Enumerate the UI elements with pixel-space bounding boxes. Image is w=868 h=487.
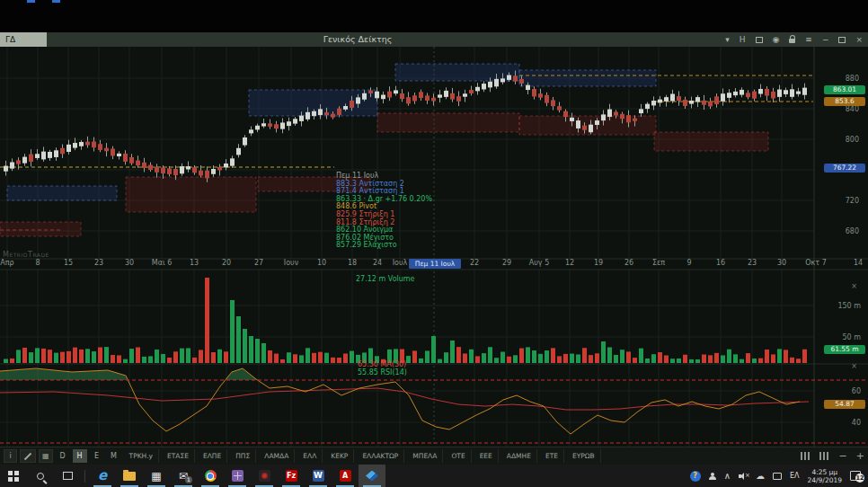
mail-unread-badge: 1 bbox=[185, 476, 192, 483]
system-tray: ?∧×☁ΕΛ4:25 μμ24/9/201912 bbox=[690, 468, 868, 484]
interval-h-icon[interactable]: Η bbox=[740, 32, 746, 47]
price-axis-label: 880 bbox=[846, 75, 859, 83]
rsi-pane-close[interactable]: × bbox=[851, 362, 857, 370]
language-indicator[interactable]: ΕΛ bbox=[790, 472, 800, 480]
ticker-ΕΥΡΩΒ[interactable]: ΕΥΡΩΒ bbox=[567, 449, 601, 463]
file-explorer-icon bbox=[123, 472, 136, 481]
volume-axis-label: 50 m bbox=[842, 333, 861, 341]
timeframe-H[interactable]: H bbox=[73, 449, 87, 463]
grid-icon: ▦ bbox=[42, 452, 49, 460]
time-tick: 24 bbox=[373, 259, 382, 267]
background-window-strip bbox=[0, 0, 868, 32]
time-tick: Ιουν bbox=[284, 259, 298, 267]
ticker-ΕΤΑΣΕ[interactable]: ΕΤΑΣΕ bbox=[162, 449, 195, 463]
notification-center-icon[interactable]: 12 bbox=[850, 471, 861, 481]
edge-icon: e bbox=[98, 469, 107, 483]
time-tick: 13 bbox=[190, 259, 199, 267]
taskbar-app-metriotrade[interactable] bbox=[359, 465, 385, 487]
minimize-icon[interactable]: − bbox=[822, 32, 829, 47]
clock[interactable]: 4:25 μμ24/9/2019 bbox=[808, 468, 842, 484]
ticker-ΕΛΛ[interactable]: ΕΛΛ bbox=[297, 449, 323, 463]
ticker-ΠΠΣ[interactable]: ΠΠΣ bbox=[230, 449, 256, 463]
search-button[interactable] bbox=[27, 465, 54, 487]
chevron-up-icon[interactable]: ∧ bbox=[724, 472, 731, 481]
pencil-icon bbox=[24, 452, 31, 459]
people-icon[interactable] bbox=[709, 473, 716, 480]
time-tick: Σεπ bbox=[652, 259, 665, 267]
price-chart[interactable]: 880840800720680150 m50 m6040863.01853.67… bbox=[0, 47, 868, 447]
menu-icon[interactable]: ≡ bbox=[805, 32, 812, 47]
time-tick: Ιουλ bbox=[393, 259, 408, 267]
unlock-icon[interactable] bbox=[789, 39, 795, 43]
ticker-ΕΕΕ[interactable]: ΕΕΕ bbox=[474, 449, 499, 463]
zoom-in-icon[interactable]: + bbox=[856, 450, 864, 462]
time-tick: 20 bbox=[222, 259, 231, 267]
taskbar-app-acrobat[interactable]: A bbox=[332, 465, 359, 487]
background-blue-mark bbox=[27, 0, 35, 3]
taskbar-app-filezilla[interactable]: Fz bbox=[278, 465, 305, 487]
taskbar-app-chrome[interactable] bbox=[197, 465, 224, 487]
time-tick: 12 bbox=[565, 259, 574, 267]
time-tick: 30 bbox=[125, 259, 134, 267]
ticker-ΛΑΜΔΑ[interactable]: ΛΑΜΔΑ bbox=[259, 449, 295, 463]
rsi-badge: 54.87 bbox=[824, 400, 865, 409]
time-tick: 8 bbox=[35, 259, 40, 267]
price-badge: 767.22 bbox=[824, 164, 865, 173]
grid-button[interactable]: ▦ bbox=[39, 449, 53, 463]
ticker-ΕΤΕ[interactable]: ΕΤΕ bbox=[540, 449, 564, 463]
time-tick: 23 bbox=[748, 259, 757, 267]
start-button[interactable] bbox=[0, 465, 27, 487]
clock-date: 24/9/2019 bbox=[808, 476, 842, 484]
watermark: MetrioTrade bbox=[3, 251, 49, 259]
help-icon[interactable]: ? bbox=[690, 471, 701, 482]
dropdown-icon[interactable]: ▾ bbox=[725, 32, 730, 47]
taskbar-app-word[interactable]: W bbox=[305, 465, 332, 487]
background-blue-mark bbox=[52, 0, 60, 3]
chart-candles-icon[interactable] bbox=[800, 452, 810, 460]
rsi-ma-legend: 65.30 MA(30) bbox=[358, 360, 406, 368]
info-button[interactable]: i bbox=[4, 449, 17, 463]
taskbar-app-office-app[interactable] bbox=[224, 465, 251, 487]
percent-icon[interactable]: ◉ bbox=[773, 32, 780, 47]
time-tick: 19 bbox=[594, 259, 603, 267]
chart-window-titlebar: ΓΔ Γενικός Δείκτης ▾Η◉≡−× bbox=[0, 32, 868, 47]
timeframe-Ε[interactable]: Ε bbox=[90, 449, 104, 463]
volume-muted-icon[interactable]: × bbox=[739, 472, 748, 480]
zoom-out-icon[interactable]: − bbox=[839, 450, 847, 462]
maximize-icon[interactable] bbox=[838, 37, 846, 43]
window-icon[interactable] bbox=[756, 37, 763, 43]
ticker-ΕΛΛΑΚΤΩΡ[interactable]: ΕΛΛΑΚΤΩΡ bbox=[357, 449, 404, 463]
ticker-ΟΤΕ[interactable]: ΟΤΕ bbox=[446, 449, 471, 463]
network-icon[interactable] bbox=[773, 473, 782, 480]
chart-volume-icon[interactable] bbox=[819, 452, 830, 460]
task-view-button[interactable] bbox=[54, 465, 81, 487]
dark-app-icon bbox=[259, 470, 270, 482]
taskbar-app-file-explorer[interactable] bbox=[116, 465, 143, 487]
close-icon[interactable]: × bbox=[855, 32, 863, 47]
word-icon: W bbox=[313, 470, 324, 482]
ticker-ΕΛΠΕ[interactable]: ΕΛΠΕ bbox=[198, 449, 227, 463]
taskbar-separator bbox=[84, 470, 85, 483]
taskbar-app-mail[interactable]: ✉1 bbox=[170, 465, 197, 487]
time-tick: 30 bbox=[777, 259, 786, 267]
time-tick: 15 bbox=[64, 259, 73, 267]
ticker-ΤΡΚΗ.y[interactable]: ΤΡΚΗ.y bbox=[124, 449, 159, 463]
taskbar-app-edge[interactable]: e bbox=[89, 465, 116, 487]
price-axis-label: 720 bbox=[846, 197, 859, 205]
chart-canvas[interactable] bbox=[0, 47, 868, 447]
onedrive-icon[interactable]: ☁ bbox=[756, 472, 765, 481]
taskbar-app-calculator[interactable]: ▦ bbox=[143, 465, 170, 487]
volume-pane-close[interactable]: × bbox=[851, 282, 857, 290]
timeframe-M[interactable]: M bbox=[107, 449, 121, 463]
time-tick: Αυγ 5 bbox=[529, 259, 549, 267]
ticker-ΑΔΜΗΕ[interactable]: ΑΔΜΗΕ bbox=[501, 449, 537, 463]
ticker-ΚΕΚΡ[interactable]: ΚΕΚΡ bbox=[325, 449, 354, 463]
ticker-ΜΠΕΛΑ[interactable]: ΜΠΕΛΑ bbox=[407, 449, 443, 463]
pencil-button[interactable] bbox=[20, 449, 36, 463]
time-axis[interactable]: Απρ8152330Μαι 6132027Ιουν101824Ιουλ2229Α… bbox=[0, 259, 868, 270]
search-icon bbox=[37, 473, 44, 480]
timeframe-D[interactable]: D bbox=[56, 449, 70, 463]
selected-date-badge: Πεμ 11 Ιουλ bbox=[409, 259, 461, 269]
taskbar-app-dark-app[interactable] bbox=[251, 465, 278, 487]
rsi-axis-label: 60 bbox=[852, 387, 861, 395]
